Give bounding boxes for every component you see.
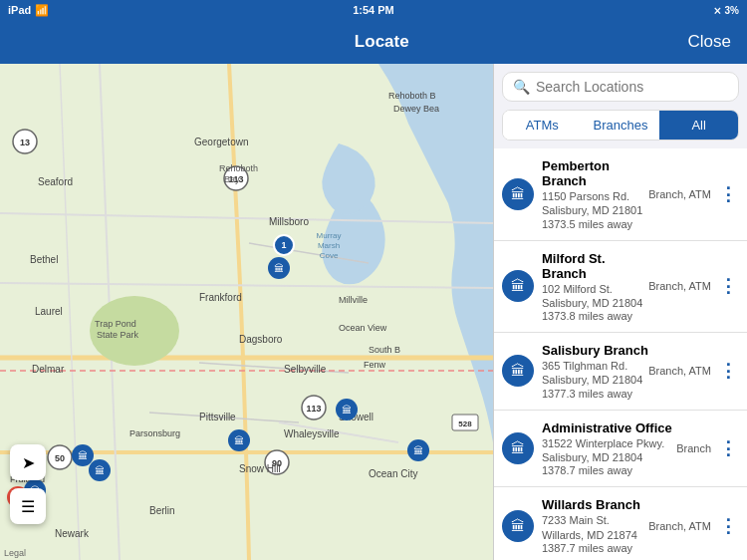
location-distance: 1377.3 miles away [542, 388, 648, 400]
location-address: 7233 Main St.Willards, MD 21874 [542, 513, 648, 542]
svg-text:South B: South B [369, 345, 400, 355]
location-info: Milford St. Branch 102 Milford St.Salisb… [542, 251, 648, 323]
location-name: Administrative Office [542, 420, 676, 435]
location-address: 102 Milford St.Salisbury, MD 21804 [542, 282, 648, 311]
svg-text:Georgetown: Georgetown [194, 137, 248, 147]
location-icon: 🏛 [502, 510, 534, 542]
svg-text:50: 50 [55, 453, 65, 463]
svg-text:Trap Pond: Trap Pond [95, 319, 136, 329]
location-info: Willards Branch 7233 Main St.Willards, M… [542, 497, 648, 554]
location-name: Pemberton Branch [542, 158, 648, 188]
locations-list: 🏛 Pemberton Branch 1150 Parsons Rd.Salis… [494, 148, 747, 560]
svg-text:Rehoboth: Rehoboth [219, 163, 258, 173]
svg-text:Parsonsburg: Parsonsburg [129, 428, 180, 438]
list-item[interactable]: 🏛 Pemberton Branch 1150 Parsons Rd.Salis… [494, 148, 747, 241]
more-button[interactable]: ⋮ [717, 185, 739, 203]
tab-atms[interactable]: ATMs [503, 111, 582, 140]
location-type: Branch, ATM [648, 365, 711, 377]
svg-text:Selbyville: Selbyville [284, 364, 327, 375]
location-icon: 🏛 [502, 355, 534, 387]
list-item[interactable]: 🏛 Administrative Office 31522 Winterplac… [494, 411, 747, 488]
list-button[interactable]: ☰ [10, 488, 46, 524]
svg-text:Bay: Bay [224, 174, 240, 184]
main-content: 13 113 113 50 90 528 Seaford Georgetown [0, 64, 747, 560]
svg-text:Cove: Cove [320, 251, 339, 260]
location-type: Branch [676, 442, 711, 454]
list-item[interactable]: 🏛 Milford St. Branch 102 Milford St.Sali… [494, 241, 747, 334]
svg-text:Delmar: Delmar [32, 364, 65, 375]
svg-text:Bethel: Bethel [30, 254, 58, 265]
status-right: ⨯ 3% [713, 5, 739, 16]
location-name: Willards Branch [542, 497, 648, 512]
location-distance: 1373.5 miles away [542, 218, 648, 230]
map-pin-branch-4[interactable]: 🏛 [89, 459, 111, 481]
location-type: Branch, ATM [648, 520, 711, 532]
location-icon: 🏛 [502, 178, 534, 210]
more-button[interactable]: ⋮ [717, 277, 739, 295]
location-distance: 1378.7 miles away [542, 464, 676, 476]
map-pin-branch-1[interactable]: 🏛 [268, 257, 290, 279]
search-input-container[interactable]: 🔍 [502, 72, 739, 102]
svg-text:Whaleysville: Whaleysville [284, 428, 340, 439]
svg-text:Snow Hill: Snow Hill [239, 463, 281, 474]
list-item[interactable]: 🏛 Salisbury Branch 365 Tilghman Rd.Salis… [494, 333, 747, 411]
svg-text:528: 528 [458, 420, 472, 428]
svg-text:State Park: State Park [97, 330, 139, 340]
svg-text:Millville: Millville [339, 295, 368, 305]
filter-tabs: ATMs Branches All [502, 110, 739, 140]
location-info: Salisbury Branch 365 Tilghman Rd.Salisbu… [542, 343, 648, 400]
location-name: Salisbury Branch [542, 343, 648, 358]
status-time: 1:54 PM [353, 4, 394, 16]
map-pin-branch-7[interactable]: 🏛 [336, 399, 358, 420]
list-item[interactable]: 🏛 Willards Branch 7233 Main St.Willards,… [494, 487, 747, 560]
svg-text:Fenw: Fenw [364, 360, 386, 370]
nav-bar: Locate Close [0, 20, 747, 64]
svg-text:Laurel: Laurel [35, 306, 63, 317]
status-bar: iPad 📶 1:54 PM ⨯ 3% [0, 0, 747, 20]
svg-text:Rehoboth B: Rehoboth B [388, 91, 436, 101]
svg-text:Frankford: Frankford [199, 292, 242, 303]
search-bar: 🔍 [494, 64, 747, 110]
location-address: 31522 Winterplace Pkwy.Salisbury, MD 218… [542, 436, 676, 465]
location-name: Milford St. Branch [542, 251, 648, 281]
nav-title: Locate [355, 32, 409, 52]
location-address: 365 Tilghman Rd.Salisbury, MD 21804 [542, 359, 648, 388]
tab-branches[interactable]: Branches [582, 111, 660, 140]
location-address: 1150 Parsons Rd.Salisbury, MD 21801 [542, 189, 648, 218]
svg-text:Millsboro: Millsboro [269, 216, 309, 227]
more-button[interactable]: ⋮ [717, 517, 739, 535]
carrier-label: iPad [8, 4, 31, 16]
bluetooth-icon: ⨯ [713, 5, 721, 16]
right-panel: 🔍 ATMs Branches All 🏛 Pemberton Branch 1… [493, 64, 747, 560]
svg-text:Newark: Newark [55, 528, 90, 539]
location-type: Branch, ATM [648, 280, 711, 292]
location-distance: 1387.7 miles away [542, 542, 648, 554]
map-pin-branch-2[interactable]: 🏛 [228, 429, 250, 451]
svg-text:13: 13 [20, 138, 30, 147]
map-svg: 13 113 113 50 90 528 Seaford Georgetown [0, 64, 493, 560]
svg-text:Marsh: Marsh [318, 241, 340, 250]
close-button[interactable]: Close [688, 32, 731, 52]
more-button[interactable]: ⋮ [717, 362, 739, 380]
svg-text:Berlin: Berlin [149, 505, 175, 516]
svg-text:113: 113 [306, 404, 321, 414]
battery-label: 3% [725, 5, 739, 16]
location-icon: 🏛 [502, 270, 534, 302]
location-info: Pemberton Branch 1150 Parsons Rd.Salisbu… [542, 158, 648, 230]
svg-text:Dewey Bea: Dewey Bea [393, 104, 439, 114]
svg-text:Dagsboro: Dagsboro [239, 334, 283, 345]
location-icon: 🏛 [502, 432, 534, 464]
wifi-icon: 📶 [35, 4, 49, 17]
more-button[interactable]: ⋮ [717, 439, 739, 457]
map-area[interactable]: 13 113 113 50 90 528 Seaford Georgetown [0, 64, 493, 560]
location-button[interactable]: ➤ [10, 444, 46, 480]
search-input[interactable] [536, 79, 728, 95]
location-type: Branch, ATM [648, 188, 711, 200]
location-info: Administrative Office 31522 Winterplace … [542, 420, 676, 477]
map-pin-numbered[interactable]: 1 [273, 234, 295, 256]
svg-text:Ocean City: Ocean City [369, 468, 417, 479]
status-left: iPad 📶 [8, 4, 49, 17]
tab-all[interactable]: All [659, 111, 738, 140]
location-distance: 1373.8 miles away [542, 310, 648, 322]
map-pin-branch-6[interactable]: 🏛 [407, 439, 429, 461]
